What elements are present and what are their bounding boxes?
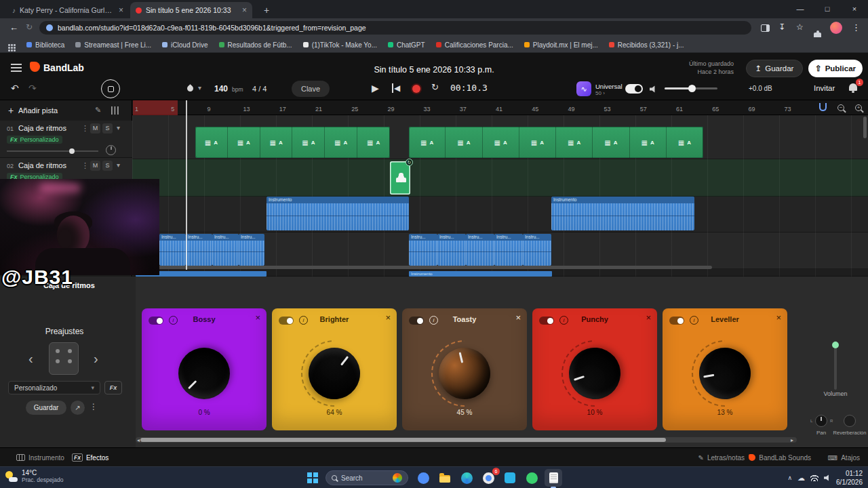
bookmark-item[interactable]: iCloud Drive	[162, 41, 208, 49]
tab-lyrics[interactable]: ✎ Letras/notas	[698, 448, 745, 467]
tab-instrument[interactable]: Instrumento	[16, 448, 64, 467]
pattern-segment[interactable]: ▦A	[483, 127, 519, 158]
whatsapp-taskbar-button[interactable]	[523, 469, 540, 487]
browser-tab-bandlab[interactable]: Sin título 5 ene 2026 10:33 ×	[130, 2, 252, 18]
add-track-row[interactable]: + Añadir pista ✎	[0, 100, 132, 121]
pattern-segment[interactable]: ▦A	[357, 127, 390, 158]
pattern-segment[interactable]: ▦A	[630, 127, 667, 158]
pattern-segment[interactable]: ▦A	[292, 127, 325, 158]
scroll-left-icon[interactable]: ◂	[137, 437, 140, 443]
master-fx-toggle[interactable]	[625, 84, 643, 94]
master-preset-name[interactable]: Universal	[595, 83, 623, 90]
mute-button[interactable]: M	[90, 123, 100, 134]
effects-scrollbar-thumb[interactable]	[140, 438, 666, 442]
track-lane-2-armed[interactable]	[132, 159, 868, 197]
close-icon[interactable]: ×	[255, 312, 260, 323]
track-lane-3[interactable]	[132, 197, 868, 232]
instrument-clip[interactable]: Instru...	[159, 234, 186, 266]
instrument-clip[interactable]: Instru...	[466, 234, 494, 266]
onedrive-cloud-icon[interactable]: ☁	[797, 474, 805, 483]
close-icon[interactable]: ×	[646, 312, 651, 323]
track-collapse-icon[interactable]: ▾	[117, 161, 120, 169]
pattern-segment[interactable]: ▦A	[519, 127, 556, 158]
metronome-chevron-icon[interactable]: ▾	[198, 84, 201, 92]
clock[interactable]: 01:12 6/1/2026	[836, 469, 863, 487]
bookmark-item[interactable]: Calificaciones Parcia...	[436, 41, 513, 49]
instrument-clip[interactable]: Instru...	[437, 234, 466, 266]
scroll-right-icon[interactable]: ▸	[791, 437, 793, 443]
browser-menu-icon[interactable]: ⋮	[852, 22, 861, 33]
project-title[interactable]: Sin título 5 ene 2026 10:33 p.m.	[0, 65, 868, 75]
track-fx-chip[interactable]: FxPersonalizado	[7, 136, 62, 144]
key-button[interactable]: Clave	[292, 81, 330, 97]
undo-icon[interactable]: ↶	[11, 83, 19, 94]
tab-close-icon[interactable]: ×	[242, 5, 247, 15]
close-button[interactable]: ×	[841, 0, 868, 18]
preset-next-icon[interactable]: ›	[94, 351, 98, 367]
volume-slider-handle[interactable]	[832, 342, 839, 348]
play-button[interactable]: ▶	[372, 83, 379, 94]
master-volume-slider[interactable]	[665, 87, 717, 89]
tab-bandlab-sounds[interactable]: BandLab Sounds	[749, 448, 811, 467]
effect-knob[interactable]	[298, 338, 371, 410]
start-button[interactable]	[304, 469, 321, 487]
timeline-ruler[interactable]: 15913172125293337414549535761656973 − +	[132, 100, 868, 115]
tab-effects[interactable]: Fx Efectos	[72, 448, 108, 467]
bookmark-item[interactable]: Playdoit.mx | El mej...	[524, 41, 598, 49]
record-button[interactable]	[412, 85, 420, 93]
edge-taskbar-button[interactable]	[458, 469, 475, 487]
bookmark-item[interactable]: Streameast | Free Li...	[75, 41, 151, 49]
pattern-segment[interactable]: ▦A	[228, 127, 260, 158]
track-collapse-icon[interactable]: ▾	[117, 124, 120, 131]
hidden-icons-chevron[interactable]: ∧	[787, 474, 792, 481]
track-pan-knob[interactable]	[106, 145, 116, 155]
invite-button[interactable]: Invitar	[814, 84, 835, 92]
close-icon[interactable]: ×	[385, 312, 391, 323]
time-signature[interactable]: 4 / 4	[252, 85, 267, 93]
zoom-in-icon[interactable]: +	[855, 104, 862, 111]
preset-thumbnail[interactable]	[49, 342, 79, 375]
bookmark-item[interactable]: Biblioteca	[26, 41, 64, 49]
preset-save-button[interactable]: Guardar	[26, 401, 66, 415]
drum-pattern-clip[interactable]: ▦A▦A▦A▦A▦A▦A	[195, 127, 390, 158]
weather-widget[interactable]: 14°C Prac. despejado	[5, 469, 63, 483]
bookmark-item[interactable]: ChatGPT	[388, 41, 425, 49]
volume-icon[interactable]	[824, 474, 831, 481]
close-icon[interactable]: ×	[776, 312, 781, 323]
pattern-segment[interactable]: ▦A	[446, 127, 482, 158]
solo-button[interactable]: S	[102, 123, 113, 134]
file-explorer-taskbar-button[interactable]	[436, 469, 454, 487]
pan-knob[interactable]	[815, 415, 827, 427]
master-preset-value[interactable]: 50 ›	[595, 90, 605, 96]
close-icon[interactable]: ×	[515, 312, 521, 323]
instrument-clip[interactable]: Instru...	[494, 234, 523, 266]
copilot-taskbar-button[interactable]	[414, 469, 432, 487]
maximize-button[interactable]: □	[814, 0, 841, 18]
zoom-out-icon[interactable]: −	[837, 104, 844, 111]
browser-tab-music[interactable]: ♪ Katy Perry - California Gurls (O ×	[7, 2, 129, 18]
mixer-icon[interactable]	[111, 106, 119, 115]
wifi-icon[interactable]	[810, 475, 818, 481]
address-bar[interactable]: bandlab.com/studio?id=018d62a0-c9ea-f011…	[39, 21, 751, 35]
reload-button[interactable]: ↻	[26, 22, 33, 32]
bookmark-star-icon[interactable]: ☆	[796, 22, 804, 32]
install-icon[interactable]: ↧	[778, 22, 785, 32]
browser-taskbar-button[interactable]: 6	[479, 469, 497, 487]
preset-menu-icon[interactable]: ⋮	[90, 402, 98, 411]
drum-pattern-clip[interactable]: ▦A▦A▦A▦A▦A▦A▦A▦A	[409, 127, 703, 158]
track-menu-icon[interactable]: ⋮	[81, 161, 89, 170]
back-button[interactable]: ←	[9, 22, 18, 33]
pattern-segment[interactable]: ▦A	[195, 127, 228, 158]
bookmark-item[interactable]: (1)TikTok - Make Yo...	[303, 41, 377, 49]
preset-select[interactable]: Personalizado ▾	[8, 381, 100, 394]
tab-close-icon[interactable]: ×	[119, 5, 123, 15]
site-info-icon[interactable]	[46, 24, 53, 31]
notepad-taskbar-button[interactable]	[545, 469, 562, 487]
master-channel-icon[interactable]: ∿	[576, 81, 591, 96]
playhead[interactable]	[186, 100, 187, 270]
save-button[interactable]: ↥ Guardar	[746, 60, 803, 77]
instrument-clip[interactable]: Instrumento	[551, 197, 694, 230]
clip-loop-handle[interactable]: ↻	[406, 159, 413, 166]
slider-handle[interactable]	[688, 85, 696, 92]
instrument-clip[interactable]: Instru...	[523, 234, 551, 266]
